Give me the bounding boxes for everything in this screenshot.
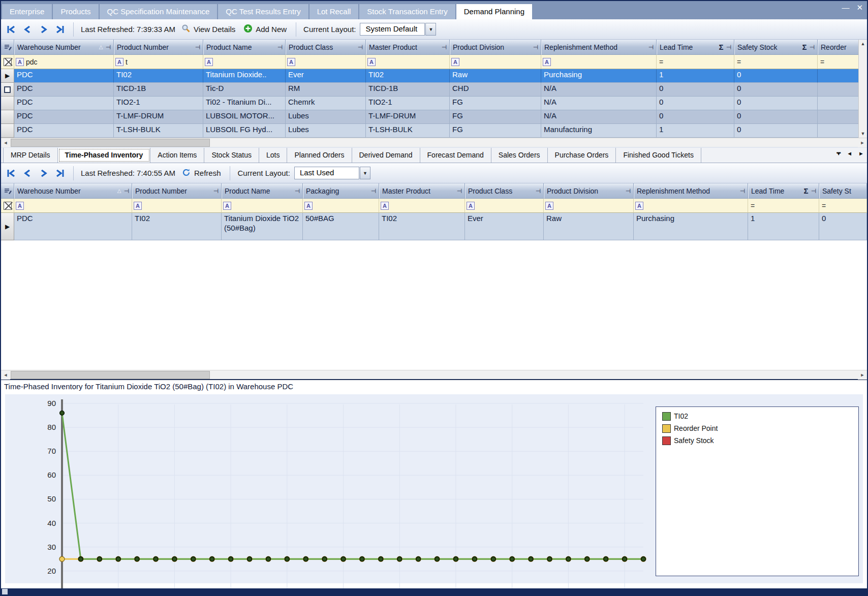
column-header-warehouse-number[interactable]: Warehouse Number△⊣ bbox=[14, 40, 114, 55]
detail-tab-action-items[interactable]: Action Items bbox=[150, 148, 204, 163]
column-header-safety-stock[interactable]: Safety StockΣ⊣ bbox=[734, 40, 818, 55]
detail-tab-sales-orders[interactable]: Sales Orders bbox=[491, 148, 548, 163]
table-row[interactable]: ▶PDCTI02Titanium Dioxide..EverTI02RawPur… bbox=[1, 69, 867, 83]
filter-cell-product-division[interactable]: A bbox=[450, 55, 541, 69]
detail-tab-finished-good-tickets[interactable]: Finished Good Tickets bbox=[616, 148, 701, 163]
clear-filters-icon[interactable] bbox=[1, 199, 14, 213]
filter-cell-product-name[interactable]: A bbox=[203, 55, 286, 69]
chevron-down-icon[interactable]: ▼ bbox=[425, 23, 436, 36]
column-header-product-name[interactable]: Product Name⊣ bbox=[203, 40, 286, 55]
grid2-horizontal-scrollbar[interactable]: ◄ ► bbox=[1, 370, 867, 379]
add-new-button[interactable]: Add New bbox=[241, 23, 289, 36]
filter-cell-product-name[interactable]: A bbox=[222, 199, 303, 213]
table-row[interactable]: PDCTICD-1BTic-DRMTICD-1BCHDN/A00 bbox=[1, 83, 867, 97]
detail-layout-combobox[interactable]: Last Used ▼ bbox=[294, 167, 370, 179]
detail-tab-planned-orders[interactable]: Planned Orders bbox=[287, 148, 352, 163]
detail-layout-combobox-value[interactable]: Last Used bbox=[294, 167, 359, 179]
previous-record-icon[interactable] bbox=[21, 168, 34, 179]
grid-settings-icon[interactable] bbox=[1, 40, 14, 55]
grid1-scroll-thumb[interactable] bbox=[11, 139, 210, 147]
refresh-button[interactable]: Refresh bbox=[179, 167, 223, 180]
column-header-product-number[interactable]: Product Number⊣ bbox=[114, 40, 203, 55]
column-header-product-class[interactable]: Product Class⊣ bbox=[286, 40, 366, 55]
main-tab-products[interactable]: Products bbox=[53, 4, 98, 19]
tab-list-icon[interactable]: ▬▼ bbox=[836, 151, 841, 155]
filter-cell-product-number[interactable]: At bbox=[114, 55, 203, 69]
grid-settings-icon[interactable] bbox=[1, 183, 14, 199]
minimize-icon[interactable]: — bbox=[842, 3, 849, 12]
table-row[interactable]: PDCTIO2-1Ti02 - Titanium Di...ChemrkTIO2… bbox=[1, 97, 867, 110]
row-selector[interactable] bbox=[1, 110, 14, 124]
row-selector[interactable] bbox=[1, 97, 14, 110]
filter-cell-warehouse-number[interactable]: A bbox=[14, 199, 132, 213]
main-tab-stock-transaction-entry[interactable]: Stock Transaction Entry bbox=[359, 4, 455, 19]
detail-tab-mrp-details[interactable]: MRP Details bbox=[3, 148, 58, 163]
view-details-button[interactable]: View Details bbox=[179, 23, 237, 36]
main-tab-lot-recall[interactable]: Lot Recall bbox=[309, 4, 359, 19]
layout-combobox-value[interactable]: System Default bbox=[360, 23, 425, 36]
tab-scroll-left-icon[interactable]: ◄ bbox=[847, 150, 852, 156]
filter-cell-warehouse-number[interactable]: Apdc bbox=[14, 55, 114, 69]
column-header-product-class[interactable]: Product Class⊣ bbox=[465, 183, 544, 199]
filter-cell-product-class[interactable]: A bbox=[465, 199, 544, 213]
last-record-icon[interactable] bbox=[54, 24, 66, 35]
detail-tab-time-phased-inventory[interactable]: Time-Phased Inventory bbox=[58, 148, 151, 163]
close-icon[interactable]: ✕ bbox=[856, 3, 863, 12]
next-record-icon[interactable] bbox=[38, 168, 50, 179]
filter-cell-master-product[interactable]: A bbox=[366, 55, 450, 69]
main-tab-enterprise[interactable]: Enterprise bbox=[2, 4, 52, 19]
column-header-replenishment-method[interactable]: Replenishment Method⊣ bbox=[541, 40, 657, 55]
column-header-lead-time[interactable]: Lead TimeΣ⊣ bbox=[657, 40, 734, 55]
filter-cell-packaging[interactable]: A bbox=[303, 199, 379, 213]
main-tab-qc-test-results-entry[interactable]: QC Test Results Entry bbox=[218, 4, 308, 19]
filter-cell-replenishment-method[interactable]: A bbox=[634, 199, 748, 213]
scroll-left-icon[interactable]: ◄ bbox=[1, 138, 10, 147]
layout-combobox[interactable]: System Default ▼ bbox=[360, 23, 436, 36]
column-header-product-number[interactable]: Product Number⊣ bbox=[132, 183, 222, 199]
filter-cell-product-class[interactable]: A bbox=[286, 55, 366, 69]
filter-cell-lead-time[interactable]: = bbox=[748, 199, 819, 213]
filter-cell-master-product[interactable]: A bbox=[379, 199, 465, 213]
first-record-icon[interactable] bbox=[5, 168, 17, 179]
column-header-master-product[interactable]: Master Product⊣ bbox=[379, 183, 465, 199]
detail-tab-stock-status[interactable]: Stock Status bbox=[204, 148, 259, 163]
scroll-right-icon[interactable]: ► bbox=[858, 370, 867, 380]
row-selector[interactable]: ▶ bbox=[1, 69, 14, 83]
filter-cell-product-number[interactable]: A bbox=[132, 199, 222, 213]
column-header-product-name[interactable]: Product Name⊣ bbox=[222, 183, 303, 199]
scroll-down-icon[interactable]: ▼ bbox=[861, 131, 865, 136]
column-header-product-division[interactable]: Product Division⊣ bbox=[450, 40, 541, 55]
table-row[interactable]: PDCT-LMF-DRUMLUBSOIL MOTOR...LubesT-LMF-… bbox=[1, 110, 867, 124]
column-header-warehouse-number[interactable]: Warehouse Number△⊣ bbox=[14, 183, 132, 199]
filter-cell-lead-time[interactable]: = bbox=[657, 55, 734, 69]
detail-tab-purchase-orders[interactable]: Purchase Orders bbox=[548, 148, 616, 163]
filter-cell-safety-stock[interactable]: = bbox=[734, 55, 818, 69]
filter-cell-safety-st[interactable]: = bbox=[819, 199, 867, 213]
next-record-icon[interactable] bbox=[38, 24, 50, 35]
first-record-icon[interactable] bbox=[5, 24, 17, 35]
main-tab-qc-specification-maintenance[interactable]: QC Specification Maintenance bbox=[100, 4, 218, 19]
scroll-left-icon[interactable]: ◄ bbox=[1, 370, 10, 380]
filter-cell-replenishment-method[interactable]: A bbox=[541, 55, 657, 69]
row-checkbox[interactable] bbox=[4, 86, 11, 93]
tab-scroll-right-icon[interactable]: ► bbox=[858, 150, 864, 156]
filter-cell-product-division[interactable]: A bbox=[544, 199, 634, 213]
last-record-icon[interactable] bbox=[54, 168, 66, 179]
main-tab-demand-planning[interactable]: Demand Planning bbox=[456, 4, 532, 19]
grid1-horizontal-scrollbar[interactable]: ◄ ► bbox=[1, 138, 867, 147]
grid2-scroll-thumb[interactable] bbox=[11, 371, 210, 379]
detail-tab-derived-demand[interactable]: Derived Demand bbox=[352, 148, 420, 163]
column-header-packaging[interactable]: Packaging⊣ bbox=[303, 183, 379, 199]
chevron-down-icon[interactable]: ▼ bbox=[360, 167, 370, 179]
table-row[interactable]: PDCT-LSH-BULKLUBSOIL FG Hyd...LubesT-LSH… bbox=[1, 124, 867, 138]
previous-record-icon[interactable] bbox=[21, 24, 34, 35]
row-selector[interactable] bbox=[1, 83, 14, 97]
row-selector[interactable]: ▶ bbox=[1, 213, 14, 240]
row-selector[interactable] bbox=[1, 124, 14, 138]
column-header-master-product[interactable]: Master Product⊣ bbox=[366, 40, 450, 55]
scroll-right-icon[interactable]: ► bbox=[858, 138, 867, 147]
column-header-replenishment-method[interactable]: Replenishment Method⊣ bbox=[634, 183, 748, 199]
scroll-up-icon[interactable]: ▲ bbox=[861, 41, 865, 46]
detail-tab-forecast-demand[interactable]: Forecast Demand bbox=[420, 148, 491, 163]
column-header-safety-st[interactable]: Safety St bbox=[819, 183, 867, 199]
